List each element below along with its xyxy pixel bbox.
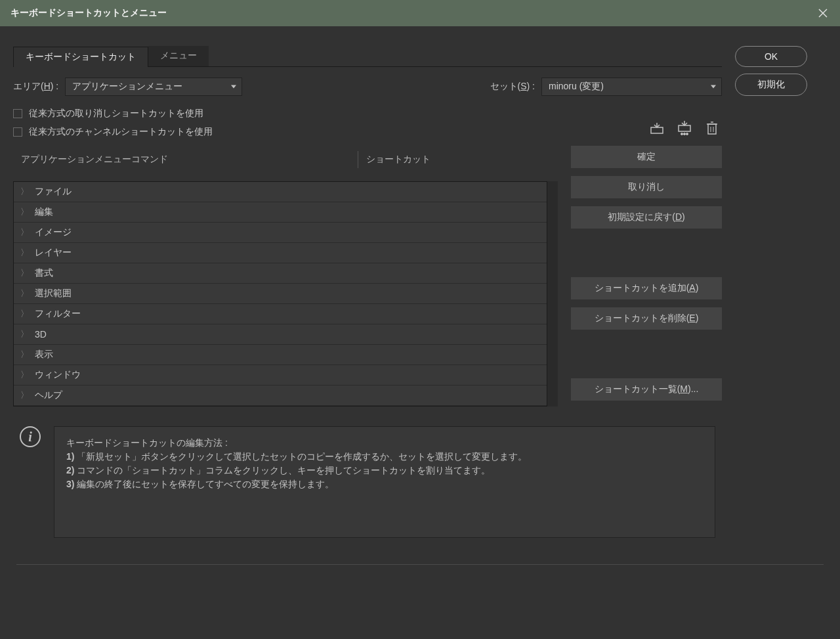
tree-row-file[interactable]: 〉ファイル: [14, 182, 547, 202]
chevron-right-icon: 〉: [20, 308, 30, 320]
svg-rect-2: [651, 127, 663, 133]
chevron-right-icon: 〉: [20, 349, 30, 361]
tab-shortcuts[interactable]: キーボードショートカット: [13, 47, 148, 67]
reset-button[interactable]: 初期化: [735, 74, 807, 96]
checkbox-undo[interactable]: [13, 109, 22, 118]
delete-shortcut-button[interactable]: ショートカットを削除(E): [571, 307, 722, 330]
tabs: キーボードショートカット メニュー: [13, 46, 722, 67]
chevron-right-icon: 〉: [20, 227, 30, 238]
chevron-right-icon: 〉: [20, 247, 30, 259]
footer-separator: [16, 564, 824, 565]
info-text: キーボードショートカットの編集方法 : 1) 「新規セット」ボタンをクリックして…: [54, 426, 715, 538]
cancel-button[interactable]: 取り消し: [571, 176, 722, 198]
svg-point-6: [686, 133, 688, 135]
command-tree: 〉ファイル 〉編集 〉イメージ 〉レイヤー 〉書式 〉選択範囲 〉フィルター 〉…: [13, 181, 547, 407]
save-set-icon[interactable]: [677, 121, 692, 135]
tree-row-edit[interactable]: 〉編集: [14, 202, 547, 223]
close-icon[interactable]: [816, 7, 830, 20]
area-select[interactable]: アプリケーションメニュー: [65, 77, 242, 96]
tree-row-help[interactable]: 〉ヘルプ: [14, 386, 547, 406]
defaults-button[interactable]: 初期設定に戻す(D): [571, 206, 722, 229]
chevron-right-icon: 〉: [20, 389, 30, 401]
confirm-button[interactable]: 確定: [571, 146, 722, 168]
shortcut-summary-button[interactable]: ショートカット一覧(M)...: [571, 378, 722, 401]
scrollbar[interactable]: [547, 181, 558, 407]
tree-row-layer[interactable]: 〉レイヤー: [14, 243, 547, 263]
main-area: キーボードショートカット メニュー エリア(H) : アプリケーションメニュー …: [0, 26, 840, 551]
chevron-right-icon: 〉: [20, 288, 30, 299]
svg-point-4: [681, 133, 683, 135]
tree-row-select[interactable]: 〉選択範囲: [14, 284, 547, 304]
checkbox-undo-label: 従来方式の取り消しショートカットを使用: [29, 108, 203, 120]
tree-row-view[interactable]: 〉表示: [14, 345, 547, 365]
chevron-right-icon: 〉: [20, 369, 30, 381]
chevron-right-icon: 〉: [20, 206, 30, 218]
svg-point-5: [684, 133, 686, 135]
checkbox-channel-label: 従来方式のチャンネルショートカットを使用: [29, 126, 213, 138]
tree-row-window[interactable]: 〉ウィンドウ: [14, 365, 547, 386]
tab-menus[interactable]: メニュー: [148, 46, 209, 66]
save-as-set-icon[interactable]: [650, 121, 664, 135]
info-icon: i: [20, 426, 41, 447]
add-shortcut-button[interactable]: ショートカットを追加(A): [571, 277, 722, 299]
column-command: アプリケーションメニューコマンド: [13, 151, 358, 168]
table-header: アプリケーションメニューコマンド ショートカット: [13, 146, 558, 173]
tree-row-3d[interactable]: 〉3D: [14, 324, 547, 345]
delete-set-icon[interactable]: [705, 121, 719, 135]
chevron-right-icon: 〉: [20, 328, 30, 340]
svg-rect-7: [708, 124, 716, 134]
ok-button[interactable]: OK: [735, 46, 807, 67]
titlebar: キーボードショートカットとメニュー: [0, 0, 840, 26]
svg-rect-3: [679, 125, 690, 131]
set-label: セット(S) :: [490, 81, 535, 93]
area-label: エリア(H) :: [13, 81, 58, 93]
window-title: キーボードショートカットとメニュー: [10, 7, 167, 19]
column-shortcut: ショートカット: [358, 151, 558, 168]
chevron-right-icon: 〉: [20, 267, 30, 279]
checkbox-channel[interactable]: [13, 127, 22, 137]
tree-row-image[interactable]: 〉イメージ: [14, 223, 547, 243]
set-select[interactable]: minoru (変更): [541, 77, 722, 96]
chevron-right-icon: 〉: [20, 186, 30, 198]
tree-row-type[interactable]: 〉書式: [14, 263, 547, 284]
tree-row-filter[interactable]: 〉フィルター: [14, 304, 547, 324]
